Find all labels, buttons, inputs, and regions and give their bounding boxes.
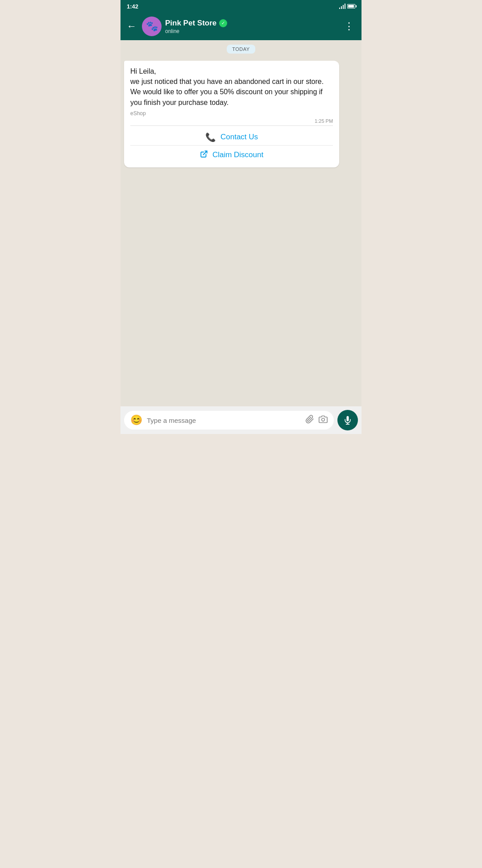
- claim-discount-label: Claim Discount: [212, 150, 263, 159]
- mic-icon: [343, 416, 352, 425]
- message-source: eShop: [130, 110, 333, 117]
- message-bubble: Hi Leila,we just noticed that you have a…: [124, 61, 339, 167]
- chat-header: ← 🐾 Pink Pet Store ✓ online ⋮: [120, 13, 362, 40]
- online-status: online: [165, 28, 338, 34]
- signal-icon: [339, 4, 345, 9]
- status-time: 1:42: [127, 3, 138, 10]
- emoji-button[interactable]: 😊: [130, 414, 142, 426]
- chat-area: TODAY Hi Leila,we just noticed that you …: [120, 40, 362, 406]
- message-time: 1:25 PM: [130, 118, 333, 124]
- avatar: 🐾: [142, 17, 162, 36]
- attach-button[interactable]: [305, 415, 314, 426]
- header-name-row: Pink Pet Store ✓: [165, 19, 338, 28]
- svg-marker-1: [343, 5, 344, 9]
- menu-button[interactable]: ⋮: [341, 21, 357, 32]
- verified-checkmark: ✓: [221, 21, 225, 25]
- claim-discount-button[interactable]: Claim Discount: [130, 146, 333, 163]
- action-divider: [130, 125, 333, 126]
- external-link-icon: [200, 150, 208, 160]
- chat-content: TODAY Hi Leila,we just noticed that you …: [124, 45, 358, 167]
- status-bar: 1:42: [120, 0, 362, 13]
- phone-icon: 📞: [205, 132, 216, 142]
- verified-badge: ✓: [219, 19, 227, 27]
- svg-marker-2: [341, 6, 342, 9]
- back-button[interactable]: ←: [125, 20, 138, 33]
- mic-button[interactable]: [337, 410, 358, 430]
- battery-icon: [347, 4, 355, 8]
- input-bar: 😊: [120, 406, 362, 434]
- avatar-paw-icon: 🐾: [146, 21, 158, 32]
- svg-line-4: [203, 151, 207, 154]
- camera-button[interactable]: [319, 415, 328, 426]
- header-info: Pink Pet Store ✓ online: [165, 19, 338, 34]
- svg-marker-0: [345, 4, 345, 9]
- date-badge: TODAY: [227, 45, 255, 54]
- store-name: Pink Pet Store: [165, 19, 216, 28]
- message-text: Hi Leila,we just noticed that you have a…: [130, 66, 333, 108]
- status-icons: [339, 4, 355, 9]
- contact-us-button[interactable]: 📞 Contact Us: [130, 128, 333, 146]
- contact-us-label: Contact Us: [220, 133, 258, 142]
- input-wrapper: 😊: [124, 411, 334, 430]
- svg-marker-3: [339, 8, 340, 9]
- svg-point-5: [322, 418, 325, 421]
- message-input[interactable]: [147, 417, 301, 424]
